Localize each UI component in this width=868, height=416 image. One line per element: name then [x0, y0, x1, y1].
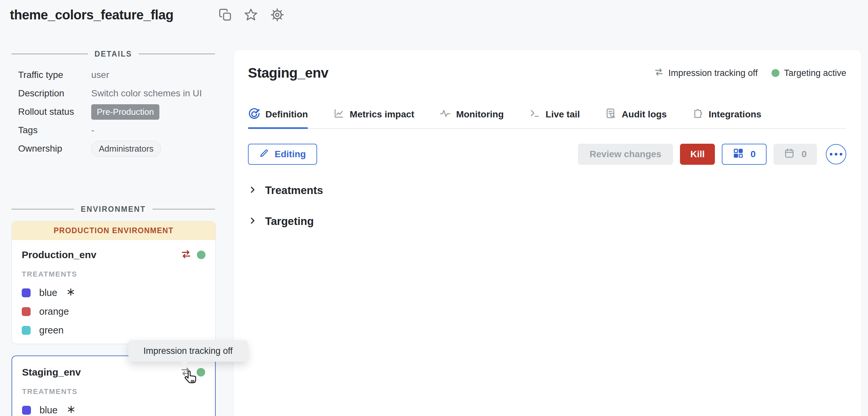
treatment-color-swatch — [22, 288, 31, 297]
terminal-icon — [529, 108, 541, 122]
swap-arrows-icon — [654, 67, 664, 79]
details-heading-label: DETAILS — [94, 50, 132, 59]
gear-icon[interactable] — [270, 7, 284, 22]
tab-definition[interactable]: Definition — [248, 108, 308, 128]
section-label: Treatments — [265, 184, 323, 197]
tab-integrations[interactable]: Integrations — [692, 108, 761, 128]
environment-name: Staging_env — [22, 367, 180, 378]
treatment-name: blue — [39, 287, 57, 298]
impression-tracking-status: Impression tracking off — [654, 67, 758, 79]
chevron-right-icon — [248, 216, 257, 227]
changes-count-button[interactable]: 0 — [722, 144, 767, 165]
treatment-name: orange — [39, 306, 69, 317]
divider — [11, 209, 74, 209]
impression-tracking-label: Impression tracking off — [669, 68, 758, 78]
more-actions-button[interactable] — [826, 144, 846, 165]
tab-metrics-impact[interactable]: Metrics impact — [333, 108, 414, 128]
schedule-count-button[interactable]: 0 — [774, 144, 817, 165]
environment-heading-label: ENVIRONMENT — [81, 205, 146, 214]
schedule-count: 0 — [802, 149, 807, 160]
feature-flag-page: theme_colors_feature_flag DETAILS — [0, 0, 868, 416]
kill-button-label: Kill — [690, 149, 705, 160]
impression-tracking-toggle-icon[interactable] — [180, 366, 191, 379]
environment-detail-panel: Staging_env Impression tracking off Targ… — [234, 50, 861, 416]
tab-audit-logs[interactable]: Audit logs — [605, 108, 667, 128]
header-actions — [219, 7, 284, 22]
tab-label: Audit logs — [622, 109, 667, 120]
document-search-icon — [605, 108, 617, 122]
star-icon[interactable] — [244, 7, 258, 22]
tab-label: Metrics impact — [350, 109, 414, 120]
chevron-right-icon — [248, 185, 257, 196]
targeting-active-label: Targeting active — [784, 68, 846, 78]
detail-row-rollout-status: Rollout status Pre-Production — [18, 103, 216, 120]
detail-row-tags: Tags - — [18, 122, 216, 139]
environment-toolbar: Editing Review changes Kill — [248, 143, 846, 165]
treatment-row: orange — [22, 307, 206, 316]
pulse-icon — [439, 108, 451, 122]
pencil-icon — [259, 148, 269, 161]
detail-label: Rollout status — [18, 107, 91, 117]
detail-label: Ownership — [18, 143, 91, 154]
environment-tabs: Definition Metrics impact Monitoring — [248, 108, 846, 129]
impression-tracking-toggle-icon[interactable] — [181, 249, 192, 261]
tab-label: Live tail — [546, 109, 580, 120]
divider — [152, 209, 215, 209]
detail-value: user — [91, 70, 109, 80]
default-treatment-asterisk-icon — [67, 405, 75, 415]
treatment-color-swatch — [22, 307, 31, 316]
review-changes-label: Review changes — [590, 149, 661, 160]
treatment-name: green — [39, 325, 64, 336]
tab-label: Definition — [266, 109, 308, 120]
editing-button[interactable]: Editing — [248, 144, 317, 165]
tab-live-tail[interactable]: Live tail — [529, 108, 580, 128]
detail-row-traffic-type: Traffic type user — [18, 66, 216, 83]
kill-button[interactable]: Kill — [680, 144, 715, 165]
targeting-section-toggle[interactable]: Targeting — [248, 214, 846, 229]
treatment-color-swatch — [22, 326, 31, 335]
treatment-row: blue — [22, 406, 205, 415]
ownership-chip[interactable]: Administrators — [91, 141, 161, 157]
rollout-status-badge: Pre-Production — [91, 104, 159, 120]
tab-monitoring[interactable]: Monitoring — [439, 108, 504, 128]
editing-button-label: Editing — [275, 149, 306, 160]
production-environment-card[interactable]: PRODUCTION ENVIRONMENT Production_env TR… — [11, 221, 216, 344]
environment-name: Production_env — [22, 249, 181, 261]
default-treatment-asterisk-icon — [66, 288, 75, 298]
detail-label: Traffic type — [18, 70, 91, 80]
details-section-heading: DETAILS — [11, 49, 215, 59]
detail-row-ownership: Ownership Administrators — [18, 140, 216, 157]
treatments-heading: TREATMENTS — [22, 270, 206, 279]
treatment-name: blue — [39, 405, 58, 416]
environment-panel-title: Staging_env — [248, 65, 654, 81]
copy-icon[interactable] — [219, 8, 232, 22]
targeting-active-dot — [772, 69, 779, 77]
ellipsis-dot — [830, 153, 832, 155]
detail-value: - — [91, 125, 94, 136]
treatment-row: blue — [22, 288, 206, 297]
detail-label: Tags — [18, 125, 91, 136]
details-rows: Traffic type user Description Switch col… — [18, 66, 216, 157]
section-label: Targeting — [265, 215, 314, 228]
targeting-active-dot — [197, 251, 206, 259]
ellipsis-dot — [840, 153, 842, 155]
treatments-section-toggle[interactable]: Treatments — [248, 183, 846, 198]
targeting-active-dot — [196, 368, 205, 377]
target-pen-icon — [248, 107, 260, 122]
environment-status-group: Impression tracking off Targeting active — [654, 67, 846, 79]
chart-trend-icon — [333, 108, 345, 122]
divider — [138, 54, 215, 54]
treatment-row: green — [22, 325, 206, 335]
calendar-icon — [784, 148, 795, 161]
treatment-color-swatch — [22, 406, 31, 415]
review-changes-button[interactable]: Review changes — [578, 144, 673, 165]
detail-row-description: Description Switch color schemes in UI — [18, 85, 216, 102]
grid-icon — [733, 148, 744, 161]
divider — [11, 54, 88, 54]
impression-tracking-tooltip: Impression tracking off — [128, 340, 248, 362]
targeting-status: Targeting active — [772, 68, 846, 78]
changes-count: 0 — [750, 149, 756, 160]
detail-label: Description — [18, 88, 91, 99]
production-environment-banner: PRODUCTION ENVIRONMENT — [12, 221, 215, 240]
puzzle-icon — [692, 108, 704, 122]
